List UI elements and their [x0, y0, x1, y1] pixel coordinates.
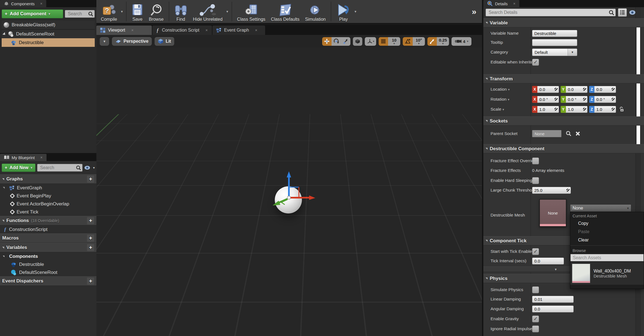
list-item-event-tick[interactable]: Event Tick: [0, 208, 96, 216]
section-graphs[interactable]: Graphs +: [0, 174, 96, 184]
start-with-tick-checkbox[interactable]: ✓: [532, 248, 539, 255]
caret-down-icon[interactable]: ▾: [226, 9, 228, 14]
find-button[interactable]: Find: [171, 0, 190, 23]
tree-row-destructible[interactable]: Destructible: [2, 38, 95, 47]
eye-icon[interactable]: [84, 166, 91, 170]
asset-search-input[interactable]: [570, 254, 644, 261]
list-item-destructible-var[interactable]: Destructible: [0, 260, 96, 268]
scale-y-field[interactable]: 1.0: [566, 106, 587, 113]
scale-tool-button[interactable]: [341, 37, 350, 46]
tab-my-blueprint[interactable]: My Blueprint ×: [0, 154, 47, 161]
subsection-components[interactable]: Components: [0, 252, 96, 260]
scale-lock-icon[interactable]: [619, 106, 624, 112]
class-settings-button[interactable]: Class Settings: [234, 0, 268, 23]
translate-gizmo[interactable]: [260, 164, 332, 222]
rotate-tool-button[interactable]: [332, 37, 341, 46]
browse-button[interactable]: Browse: [146, 0, 166, 23]
class-defaults-button[interactable]: Class Defaults: [268, 0, 302, 23]
parent-socket-field[interactable]: None: [532, 130, 561, 137]
caret-down-icon[interactable]: ▾: [121, 9, 123, 14]
add-event-dispatcher-button[interactable]: +: [87, 278, 94, 285]
enable-hard-sleeping-checkbox[interactable]: [532, 177, 539, 184]
rotation-snap-toggle-button[interactable]: [403, 37, 413, 46]
add-macro-button[interactable]: +: [87, 235, 94, 242]
toolbar-overflow-chevron[interactable]: »: [472, 7, 480, 16]
close-icon[interactable]: ×: [131, 28, 134, 32]
drag-corner-icon[interactable]: [612, 87, 615, 92]
expand-arrow-icon[interactable]: [2, 32, 6, 36]
transform-widget-button[interactable]: ▾: [365, 37, 376, 46]
close-icon[interactable]: ×: [513, 1, 515, 6]
caret-down-icon[interactable]: ▾: [355, 9, 356, 14]
enable-gravity-checkbox[interactable]: ✓: [532, 315, 539, 322]
close-icon[interactable]: ×: [255, 28, 257, 32]
viewport-options-button[interactable]: ▾: [100, 37, 109, 46]
simulation-button[interactable]: Simulation: [302, 0, 329, 23]
drag-corner-icon[interactable]: [583, 97, 586, 102]
section-sockets[interactable]: Sockets: [483, 116, 644, 126]
gizmo-center[interactable]: [287, 196, 291, 199]
location-z-field[interactable]: 0.0: [594, 86, 616, 93]
close-icon[interactable]: ×: [40, 1, 42, 6]
tab-details[interactable]: Details ×: [483, 0, 519, 7]
list-item-event-beginplay[interactable]: Event BeginPlay: [0, 192, 96, 200]
play-button[interactable]: Play: [333, 0, 353, 23]
simulate-physics-checkbox[interactable]: [532, 286, 539, 293]
world-local-toggle-button[interactable]: [353, 37, 362, 46]
tab-event-graph[interactable]: Event Graph ×: [212, 26, 265, 35]
socket-search-icon[interactable]: [566, 131, 571, 136]
tooltip-field[interactable]: [532, 39, 577, 46]
scale-snap-toggle-button[interactable]: [427, 37, 437, 46]
linear-damping-field[interactable]: 0.01: [532, 296, 574, 303]
display-filter-button[interactable]: [618, 8, 627, 17]
rotation-z-field[interactable]: 0.0 °: [594, 96, 616, 103]
dropdown-button[interactable]: ▾: [568, 49, 577, 56]
section-event-dispatchers[interactable]: Event Dispatchers +: [0, 276, 96, 286]
expand-arrow-icon[interactable]: [3, 187, 5, 189]
destructible-mesh-thumbnail[interactable]: None: [539, 199, 566, 227]
add-component-button[interactable]: + Add Component ▾: [2, 9, 63, 18]
drag-corner-icon[interactable]: [583, 107, 586, 112]
details-scrollbar-thumb[interactable]: [636, 18, 640, 151]
clear-socket-icon[interactable]: [575, 131, 580, 136]
drag-corner-icon[interactable]: [555, 97, 558, 102]
rotation-x-field[interactable]: 0.0 °: [537, 96, 559, 103]
tab-components[interactable]: Components ×: [0, 0, 46, 7]
location-x-field[interactable]: 0.0: [537, 86, 559, 93]
editable-checkbox[interactable]: ✓: [532, 59, 539, 66]
menu-item-copy[interactable]: Copy: [570, 219, 644, 228]
drag-corner-icon[interactable]: [612, 97, 615, 102]
tick-interval-field[interactable]: 0.0: [532, 258, 564, 264]
save-button[interactable]: Save: [129, 0, 146, 23]
location-y-field[interactable]: 0.0: [566, 86, 587, 93]
close-icon[interactable]: ×: [206, 28, 208, 32]
list-item-constructionscript[interactable]: ƒ ConstructionScript: [0, 225, 96, 233]
destructible-mesh-dropdown[interactable]: None ▾: [570, 204, 631, 212]
tab-viewport[interactable]: Viewport ×: [96, 26, 152, 35]
rotation-y-field[interactable]: 0.0 °: [566, 96, 587, 103]
tree-row-scene-root[interactable]: DefaultSceneRoot: [2, 30, 95, 38]
perspective-button[interactable]: Perspective: [112, 37, 152, 46]
camera-speed-button[interactable]: 4 ▾: [451, 37, 471, 46]
scale-z-field[interactable]: 1.0: [594, 106, 616, 113]
tree-row-self[interactable]: BreakableGlass(self): [2, 21, 95, 29]
viewport-3d[interactable]: [96, 48, 482, 336]
fracture-effect-override-checkbox[interactable]: [532, 157, 539, 164]
variable-name-field[interactable]: Destructible: [532, 30, 577, 37]
compile-button[interactable]: ? Compile: [98, 0, 120, 23]
drag-corner-icon[interactable]: [555, 107, 558, 112]
scale-snap-value-button[interactable]: 0.25 ▾: [437, 37, 449, 46]
add-variable-button[interactable]: +: [87, 244, 94, 251]
ignore-radial-impulse-checkbox[interactable]: [532, 325, 539, 332]
add-graph-button[interactable]: +: [87, 175, 94, 183]
section-transform[interactable]: Transform: [483, 74, 644, 83]
scale-x-field[interactable]: 1.0: [537, 106, 559, 113]
lit-button[interactable]: Lit: [155, 37, 175, 46]
asset-list-item[interactable]: Wall_400x400_DM Destructible Mesh: [570, 262, 644, 285]
section-variables[interactable]: Variables +: [0, 243, 96, 252]
section-functions[interactable]: Functions (18 Overridable) +: [0, 216, 96, 225]
grid-snap-value-button[interactable]: 10 ▾: [388, 37, 400, 46]
section-destructible-component[interactable]: Destructible Component: [483, 144, 644, 153]
tab-construction-script[interactable]: ƒ Construction Script ×: [152, 26, 212, 35]
close-icon[interactable]: ×: [40, 155, 42, 160]
